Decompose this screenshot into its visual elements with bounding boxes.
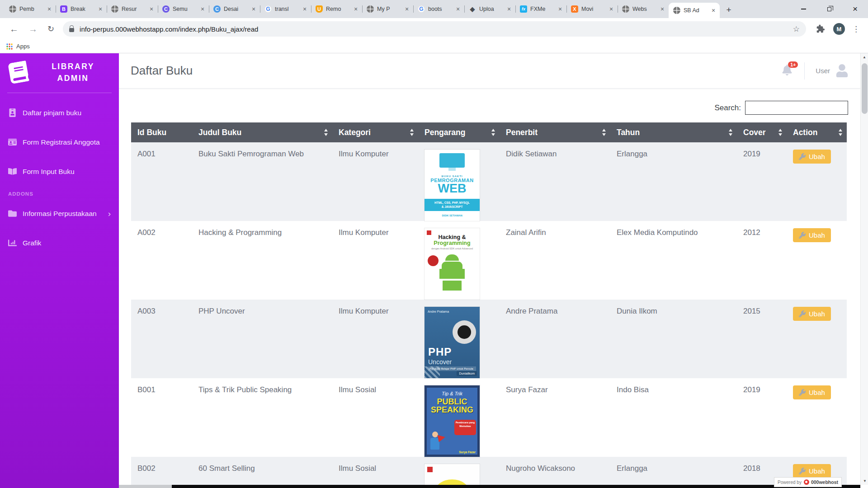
new-tab-button[interactable]: [722, 4, 735, 16]
tab-label: SB Ad: [684, 7, 710, 14]
cell-cover: Andre Pratama PHP Uncover Panduan Belaja…: [418, 300, 500, 378]
powered-by-badge[interactable]: Powered by 000webhost: [774, 477, 842, 487]
browser-tab[interactable]: Webs: [618, 0, 669, 18]
tab-close-icon[interactable]: [199, 5, 206, 13]
close-window-button[interactable]: [842, 0, 868, 18]
tab-close-icon[interactable]: [505, 5, 513, 13]
extensions-icon[interactable]: [816, 24, 825, 33]
c-favicon-icon: [162, 5, 170, 13]
header-judul-buku[interactable]: Judul Buku: [192, 122, 332, 142]
cell-judul: Tips & Trik Public Speaking: [192, 378, 332, 457]
browser-window: Pemb Break Resur Semu Desai transl Remo …: [0, 0, 868, 488]
browser-tab[interactable]: Pemb: [5, 0, 56, 18]
apps-label[interactable]: Apps: [16, 43, 30, 50]
ubah-button[interactable]: Ubah: [793, 150, 831, 164]
sidebar-item-informasi-perpustakaan[interactable]: Informasi Perpustakaan: [0, 204, 119, 224]
minimize-button[interactable]: [791, 0, 816, 18]
browser-tab[interactable]: Desai: [209, 0, 260, 18]
browser-tab[interactable]: My P: [362, 0, 413, 18]
tab-close-icon[interactable]: [608, 5, 615, 13]
ubah-button[interactable]: Ubah: [793, 464, 831, 478]
sidebar-brand[interactable]: LIBRARY ADMIN: [0, 53, 119, 91]
tab-close-icon[interactable]: [659, 5, 666, 13]
scrollbar-thumb[interactable]: [862, 63, 868, 114]
tab-close-icon[interactable]: [46, 5, 53, 13]
browser-tab[interactable]: Break: [56, 0, 107, 18]
back-icon[interactable]: ←: [9, 24, 19, 34]
user-menu[interactable]: User: [816, 64, 849, 77]
sidebar-divider: [7, 93, 112, 93]
browser-tab[interactable]: FXMe: [515, 0, 566, 18]
lock-icon[interactable]: [69, 28, 74, 32]
header-kategori[interactable]: Kategori: [332, 122, 418, 142]
search-input[interactable]: [745, 101, 848, 115]
chrome-menu-icon[interactable]: [852, 24, 860, 34]
tab-close-icon[interactable]: [710, 7, 717, 14]
tab-close-icon[interactable]: [403, 5, 410, 13]
scroll-up-icon[interactable]: [861, 53, 868, 61]
tab-close-icon[interactable]: [454, 5, 462, 13]
table-row: A003 PHP Uncover Ilmu Komputer Andre Pra…: [131, 300, 847, 378]
cover-text: PHP: [428, 346, 452, 358]
restore-button[interactable]: [816, 0, 842, 18]
header-penerbit[interactable]: Penerbit: [500, 122, 610, 142]
bottom-strip-dark: [172, 485, 860, 488]
cell-cover: Hacking & Programming dengan Android SDK…: [418, 221, 500, 300]
url-text[interactable]: info-perpus.000webhostapp.com/index.php/…: [80, 25, 258, 33]
forward-icon[interactable]: →: [28, 24, 38, 34]
tab-close-icon[interactable]: [301, 5, 308, 13]
ubah-button[interactable]: Ubah: [793, 385, 831, 399]
user-icon: [835, 64, 849, 77]
brand-text: LIBRARY ADMIN: [33, 61, 113, 84]
url-field[interactable]: info-perpus.000webhostapp.com/index.php/…: [63, 21, 806, 37]
ubah-button[interactable]: Ubah: [793, 307, 831, 321]
tab-close-icon[interactable]: [352, 5, 359, 13]
sidebar-item-grafik[interactable]: Grafik: [0, 233, 119, 253]
wrench-icon: [799, 310, 806, 317]
header-id-buku[interactable]: Id Buku: [131, 122, 192, 142]
book-cover: Hacking & Programming dengan Android SDK…: [425, 228, 480, 300]
sidebar-item-input-buku[interactable]: Form Input Buku: [0, 162, 119, 182]
browser-tab[interactable]: transl: [260, 0, 311, 18]
browser-tab[interactable]: boots: [413, 0, 464, 18]
header-tahun[interactable]: Tahun: [610, 122, 737, 142]
cover-badge: Pembicara yang Memukau: [454, 420, 476, 435]
folder-icon: [8, 209, 17, 218]
cell-tahun: 2019: [737, 142, 787, 221]
wrench-icon: [799, 389, 806, 396]
browser-tab[interactable]: Resur: [107, 0, 158, 18]
user-label: User: [816, 67, 830, 75]
sort-icon: [778, 129, 783, 136]
vertical-scrollbar[interactable]: [860, 53, 868, 485]
tab-label: Remo: [326, 6, 352, 12]
browser-tab[interactable]: Semu: [158, 0, 209, 18]
megaphone-graphic: [438, 434, 446, 442]
header-pengarang[interactable]: Pengarang: [418, 122, 500, 142]
cell-pengarang: Andre Pratama: [500, 300, 610, 378]
host-logo-icon: [804, 479, 809, 485]
profile-avatar[interactable]: M: [833, 23, 845, 35]
browser-tab[interactable]: Remo: [311, 0, 362, 18]
notifications-button[interactable]: 1+: [782, 65, 793, 77]
header-action[interactable]: Action: [787, 122, 847, 142]
apps-grid-icon[interactable]: [6, 43, 13, 50]
browser-tab[interactable]: Uploa: [464, 0, 515, 18]
xampp-favicon-icon: [571, 5, 578, 13]
tab-close-icon[interactable]: [250, 5, 257, 13]
browser-tab-active[interactable]: SB Ad: [669, 3, 720, 18]
browser-tab[interactable]: Movi: [566, 0, 618, 18]
sidebar-item-registrasi-anggota[interactable]: Form Registrasi Anggota: [0, 132, 119, 152]
tab-close-icon[interactable]: [97, 5, 104, 13]
bottom-strip-light: [119, 485, 172, 488]
bookmark-star-icon[interactable]: [793, 24, 800, 34]
reload-icon[interactable]: ↻: [47, 24, 54, 34]
tab-label: Resur: [122, 6, 148, 12]
sidebar-item-daftar-pinjam[interactable]: Daftar pinjam buku: [0, 103, 119, 123]
cell-kategori: Ilmu Komputer: [332, 221, 418, 300]
ubah-button[interactable]: Ubah: [793, 228, 831, 242]
header-cover[interactable]: Cover: [737, 122, 787, 142]
tab-close-icon[interactable]: [557, 5, 564, 13]
android-graphic: [442, 262, 462, 279]
book-logo-icon: [6, 61, 30, 84]
tab-close-icon[interactable]: [148, 5, 155, 13]
